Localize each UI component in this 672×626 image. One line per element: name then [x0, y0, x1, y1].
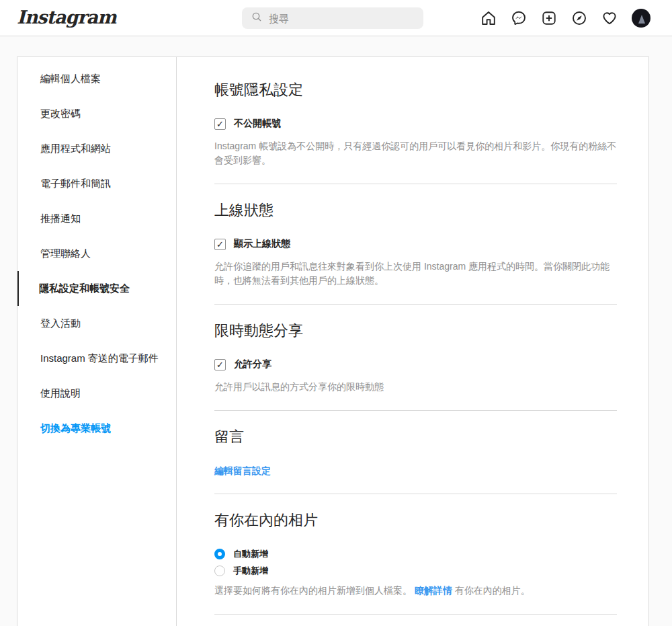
sidebar-item-change-password[interactable]: 更改密碼 — [17, 96, 176, 131]
section-divider — [214, 410, 617, 411]
search-input[interactable] — [269, 13, 414, 24]
sidebar-item-apps-websites[interactable]: 應用程式和網站 — [17, 131, 176, 166]
section-title-account-privacy: 帳號隱私設定 — [214, 80, 617, 100]
section-title-comments: 留言 — [214, 427, 617, 447]
privacy-settings-panel: 帳號隱私設定 ✓ 不公開帳號 Instagram 帳號設為不公開時，只有經過你認… — [177, 57, 648, 626]
add-manually-radio-row[interactable]: 手動新增 — [214, 565, 268, 577]
activity-status-description: 允許你追蹤的用戶和訊息往來對象看到你上次使用 Instagram 應用程式的時間… — [214, 260, 617, 288]
checkbox-checked-icon[interactable]: ✓ — [214, 118, 226, 130]
instagram-logo[interactable]: Instagram — [17, 7, 116, 28]
profile-avatar[interactable] — [632, 9, 650, 28]
messenger-icon[interactable] — [511, 10, 527, 26]
search-box[interactable] — [242, 7, 423, 29]
sidebar-item-help[interactable]: 使用說明 — [17, 376, 176, 411]
story-sharing-label: 允許分享 — [234, 358, 271, 370]
new-post-icon[interactable] — [541, 10, 557, 26]
sidebar-item-edit-profile[interactable]: 編輯個人檔案 — [17, 61, 176, 96]
nav-icon-group — [480, 0, 650, 36]
activity-status-label: 顯示上線狀態 — [234, 238, 290, 250]
radio-selected-icon[interactable] — [214, 549, 225, 559]
sidebar-item-emails-from-instagram[interactable]: Instagram 寄送的電子郵件 — [17, 341, 176, 376]
settings-card: 編輯個人檔案 更改密碼 應用程式和網站 電子郵件和簡訊 推播通知 管理聯絡人 隱… — [17, 56, 649, 626]
section-title-activity-status: 上線狀態 — [214, 200, 617, 221]
sidebar-item-email-sms[interactable]: 電子郵件和簡訊 — [17, 166, 176, 201]
section-divider — [214, 614, 617, 615]
checkbox-checked-icon[interactable]: ✓ — [214, 239, 226, 250]
edit-comment-settings-link[interactable]: 編輯留言設定 — [214, 465, 271, 476]
sidebar-item-switch-professional[interactable]: 切換為專業帳號 — [17, 411, 176, 446]
activity-heart-icon[interactable] — [601, 10, 618, 26]
story-sharing-checkbox-row[interactable]: ✓ 允許分享 — [214, 358, 271, 370]
sidebar-item-manage-contacts[interactable]: 管理聯絡人 — [17, 236, 176, 271]
radio-unselected-icon[interactable] — [214, 565, 225, 576]
section-divider — [214, 184, 617, 184]
private-account-label: 不公開帳號 — [234, 118, 281, 130]
explore-icon[interactable] — [571, 10, 587, 26]
section-story-sharing: 限時動態分享 ✓ 允許分享 允許用戶以訊息的方式分享你的限時動態 — [214, 321, 617, 394]
section-account-privacy: 帳號隱私設定 ✓ 不公開帳號 Instagram 帳號設為不公開時，只有經過你認… — [214, 80, 617, 167]
story-sharing-description: 允許用戶以訊息的方式分享你的限時動態 — [214, 380, 617, 394]
photos-of-you-description: 選擇要如何將有你在內的相片新增到個人檔案。 瞭解詳情 有你在內的相片。 — [214, 584, 617, 598]
sidebar-item-privacy-security[interactable]: 隱私設定和帳號安全 — [17, 271, 176, 306]
section-comments: 留言 編輯留言設定 — [214, 427, 617, 477]
section-activity-status: 上線狀態 ✓ 顯示上線狀態 允許你追蹤的用戶和訊息往來對象看到你上次使用 Ins… — [214, 200, 617, 288]
sidebar-item-login-activity[interactable]: 登入活動 — [17, 306, 176, 341]
section-divider — [214, 304, 617, 305]
search-icon — [251, 11, 262, 25]
activity-status-checkbox-row[interactable]: ✓ 顯示上線狀態 — [214, 238, 290, 250]
add-automatically-radio-row[interactable]: 自動新增 — [214, 548, 268, 560]
photos-description-before: 選擇要如何將有你在內的相片新增到個人檔案。 — [214, 585, 415, 596]
private-account-checkbox-row[interactable]: ✓ 不公開帳號 — [214, 118, 281, 130]
add-automatically-label: 自動新增 — [233, 548, 268, 560]
private-account-description: Instagram 帳號設為不公開時，只有經過你認可的用戶可以看見你的相片和影片… — [214, 139, 617, 167]
section-title-story-sharing: 限時動態分享 — [214, 321, 617, 341]
add-manually-label: 手動新增 — [233, 565, 268, 577]
top-navbar: Instagram — [0, 0, 672, 36]
section-divider — [214, 494, 617, 494]
learn-more-link[interactable]: 瞭解詳情 — [415, 585, 452, 596]
section-photos-of-you: 有你在內的相片 自動新增 手動新增 選擇要如何將有你在內的相片新增到個人檔案。 … — [214, 510, 617, 598]
settings-sidebar: 編輯個人檔案 更改密碼 應用程式和網站 電子郵件和簡訊 推播通知 管理聯絡人 隱… — [17, 57, 177, 626]
photos-description-after: 有你在內的相片。 — [455, 585, 530, 596]
section-title-photos-of-you: 有你在內的相片 — [214, 510, 617, 531]
checkbox-checked-icon[interactable]: ✓ — [214, 359, 226, 370]
sidebar-item-push-notifications[interactable]: 推播通知 — [17, 201, 176, 236]
home-icon[interactable] — [480, 10, 497, 26]
